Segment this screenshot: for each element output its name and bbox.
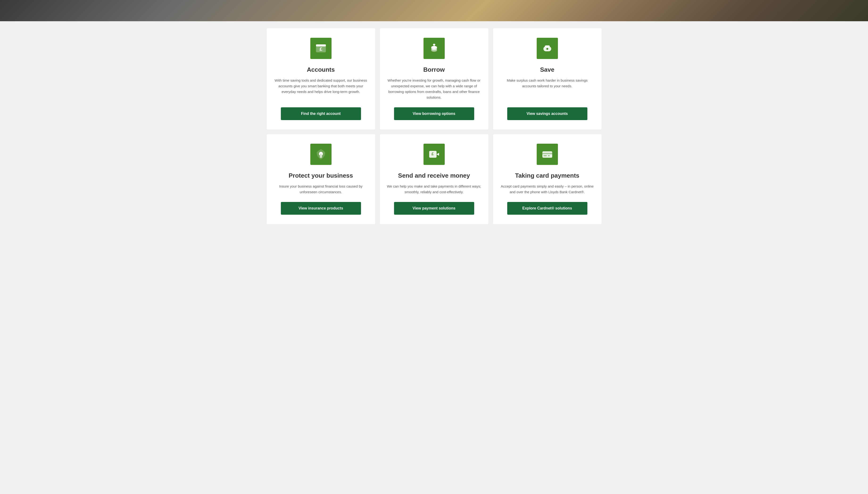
svg-rect-21 bbox=[548, 155, 550, 156]
protect-title: Protect your business bbox=[289, 172, 353, 179]
protect-button[interactable]: View insurance products bbox=[281, 202, 361, 215]
card-payments-title: Taking card payments bbox=[515, 172, 579, 179]
card-payments-description: Accept card payments simply and easily –… bbox=[500, 184, 594, 195]
accounts-icon: £ bbox=[310, 38, 332, 59]
borrow-button[interactable]: View borrowing options bbox=[394, 107, 474, 120]
send-receive-card: £ Send and receive money We can help you… bbox=[380, 134, 488, 224]
send-receive-icon-svg: £ bbox=[428, 148, 440, 160]
borrow-icon-svg bbox=[428, 42, 440, 54]
send-receive-description: We can help you make and take payments i… bbox=[387, 184, 481, 195]
send-receive-icon: £ bbox=[423, 144, 445, 165]
svg-text:£: £ bbox=[432, 152, 434, 156]
svg-rect-18 bbox=[542, 151, 552, 158]
protect-icon-svg: | bbox=[315, 148, 327, 160]
protect-icon: | bbox=[310, 144, 332, 165]
save-icon-svg bbox=[541, 42, 553, 54]
borrow-icon bbox=[423, 38, 445, 59]
svg-point-5 bbox=[431, 49, 437, 52]
card-payments-button[interactable]: Explore Cardnet® solutions bbox=[507, 202, 587, 215]
cards-row-2: | Protect your business Insure your busi… bbox=[267, 134, 601, 224]
svg-text:£: £ bbox=[319, 46, 322, 52]
accounts-icon-svg: £ bbox=[315, 42, 327, 54]
main-content: £ Accounts With time saving tools and de… bbox=[262, 21, 606, 231]
card-payments-card: Taking card payments Accept card payment… bbox=[493, 134, 601, 224]
save-button[interactable]: View savings accounts bbox=[507, 107, 587, 120]
borrow-description: Whether you're investing for growth, man… bbox=[387, 78, 481, 100]
card-payments-icon-svg bbox=[541, 148, 553, 160]
svg-rect-1 bbox=[316, 44, 326, 46]
save-description: Make surplus cash work harder in busines… bbox=[500, 78, 594, 100]
svg-rect-19 bbox=[542, 153, 552, 154]
svg-point-11 bbox=[546, 48, 548, 50]
hero-banner bbox=[0, 0, 868, 21]
borrow-title: Borrow bbox=[423, 66, 445, 73]
accounts-description: With time saving tools and dedicated sup… bbox=[274, 78, 368, 100]
protect-description: Insure your business against financial l… bbox=[274, 184, 368, 195]
accounts-button[interactable]: Find the right account bbox=[281, 107, 361, 120]
svg-marker-17 bbox=[436, 153, 439, 156]
svg-rect-10 bbox=[545, 45, 550, 48]
send-receive-title: Send and receive money bbox=[398, 172, 470, 179]
card-payments-icon bbox=[537, 144, 558, 165]
save-title: Save bbox=[540, 66, 554, 73]
protect-card: | Protect your business Insure your busi… bbox=[267, 134, 375, 224]
svg-rect-20 bbox=[543, 155, 547, 156]
svg-text:|: | bbox=[320, 153, 321, 157]
borrow-card: Borrow Whether you're investing for grow… bbox=[380, 28, 488, 130]
save-card: Save Make surplus cash work harder in bu… bbox=[493, 28, 601, 130]
accounts-card: £ Accounts With time saving tools and de… bbox=[267, 28, 375, 130]
svg-line-8 bbox=[434, 44, 435, 45]
cards-row-1: £ Accounts With time saving tools and de… bbox=[267, 28, 601, 130]
send-receive-button[interactable]: View payment solutions bbox=[394, 202, 474, 215]
accounts-title: Accounts bbox=[307, 66, 335, 73]
save-icon bbox=[537, 38, 558, 59]
